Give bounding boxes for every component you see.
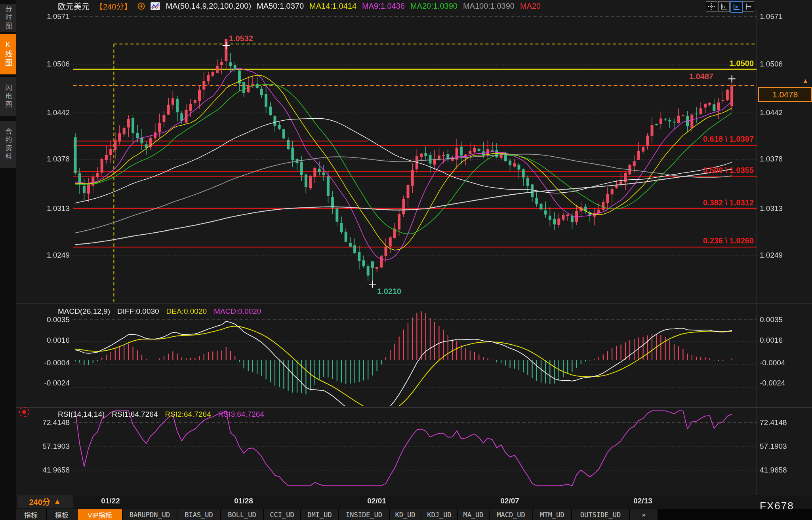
price-tick: 1.0249 bbox=[760, 251, 810, 260]
rsi-tick: 41.9658 bbox=[21, 466, 70, 474]
tab-indicators[interactable]: 指标 bbox=[16, 509, 46, 520]
date-tick: 02/01 bbox=[367, 497, 386, 505]
swing-high-label: 1.0532 bbox=[229, 34, 253, 43]
current-price-badge: 1.0478 bbox=[758, 87, 812, 102]
price-tick: 1.0571 bbox=[760, 12, 810, 21]
price-tick: 1.0506 bbox=[21, 60, 70, 68]
tab-bias-ud[interactable]: BIAS_UD bbox=[177, 509, 220, 520]
price-tick: 1.0378 bbox=[760, 155, 810, 163]
date-tick: 01/28 bbox=[234, 497, 253, 505]
macd-diff-value: DIFF:0.0030 bbox=[117, 307, 159, 316]
macd-tick: -0.0024 bbox=[21, 379, 70, 387]
macd-title: MACD(26,12,9) bbox=[58, 307, 110, 316]
fx678-watermark: FX678 bbox=[760, 500, 794, 512]
record-indicator-icon bbox=[19, 407, 29, 417]
price-tick: 1.0378 bbox=[21, 155, 70, 163]
tab-cci-ud[interactable]: CCI_UD bbox=[264, 509, 300, 520]
fib-level-500: 0.500 \ 1.0355 bbox=[703, 166, 754, 175]
macd-macd-value: MACD:0.0020 bbox=[214, 307, 261, 316]
price-tick: 1.0442 bbox=[760, 108, 810, 117]
chart-header: 欧元美元 【240分】 MA(50,14,9,20,100,200) MA50:… bbox=[58, 1, 541, 11]
tab-templates[interactable]: 模板 bbox=[47, 509, 77, 520]
tab-kd-ud[interactable]: KD_UD bbox=[390, 509, 421, 520]
rsi3-value: RSI3:64.7264 bbox=[218, 410, 264, 419]
tab-boll-ud[interactable]: BOLL_UD bbox=[221, 509, 263, 520]
macd-tick: -0.0024 bbox=[760, 379, 810, 387]
rsi-tick: 41.9658 bbox=[760, 466, 810, 474]
tab-mtm-ud[interactable]: MTM_UD bbox=[533, 509, 571, 520]
tab-more[interactable]: » bbox=[630, 509, 658, 520]
macd-tick: 0.0016 bbox=[21, 336, 70, 345]
price-tick: 1.0313 bbox=[21, 204, 70, 213]
price-tick: 1.0249 bbox=[21, 251, 70, 260]
fib-level-382: 0.382 \ 1.0312 bbox=[703, 198, 754, 207]
chart-application: 分时图 K线图 闪电图 合约资料 欧元美元 【240分】 MA(50,14,9,… bbox=[0, 0, 812, 520]
symbol-title: 欧元美元 bbox=[58, 0, 90, 12]
macd-tick: 0.0035 bbox=[760, 315, 810, 324]
sidebar-item-lightning-chart[interactable]: 闪电图 bbox=[0, 77, 16, 116]
sidebar-item-contract-info[interactable]: 合约资料 bbox=[0, 121, 16, 168]
macd-tick: -0.0004 bbox=[21, 359, 70, 367]
period-text: 240分 bbox=[29, 496, 50, 507]
mini-chart-icon[interactable] bbox=[151, 2, 160, 10]
ma9-value: MA9:1.0436 bbox=[362, 2, 405, 11]
rsi-title: RSI(14,14,14) bbox=[58, 410, 105, 419]
ma14-value: MA14:1.0414 bbox=[309, 2, 356, 11]
tab-outside-ud[interactable]: OUTSIDE_UD bbox=[572, 509, 629, 520]
rsi2-value: RSI2:64.7264 bbox=[165, 410, 211, 419]
axis-shift-icon[interactable] bbox=[743, 1, 754, 12]
left-sidebar: 分时图 K线图 闪电图 合约资料 bbox=[0, 0, 16, 520]
price-tick: 1.0506 bbox=[760, 60, 810, 68]
price-tick: 1.0313 bbox=[760, 204, 810, 213]
period-selector[interactable]: 240分 ▲ bbox=[17, 495, 73, 508]
rsi-tick: 57.1903 bbox=[760, 442, 810, 451]
rsi-tick: 72.4148 bbox=[21, 418, 70, 427]
ma20-label-red: MA20 bbox=[520, 2, 541, 11]
macd-tick: 0.0035 bbox=[21, 315, 70, 324]
swing-low-label: 1.0210 bbox=[377, 287, 401, 296]
macd-tick: 0.0016 bbox=[760, 336, 810, 345]
rsi-tick: 57.1903 bbox=[21, 442, 70, 451]
indicator-tab-bar: 指标 模板 VIP指标 BARUPDN_UD BIAS_UD BOLL_UD C… bbox=[16, 509, 812, 520]
rsi-panel-header: RSI(14,14,14) RSI1:64.7264 RSI2:64.7264 … bbox=[58, 410, 264, 419]
fib-level-236: 0.236 \ 1.0260 bbox=[703, 236, 754, 245]
price-tick: 1.0571 bbox=[21, 12, 70, 21]
tab-macd-ud[interactable]: MACD_UD bbox=[490, 509, 532, 520]
tab-inside-ud[interactable]: INSIDE_UD bbox=[339, 509, 389, 520]
tab-vip-indicators[interactable]: VIP指标 bbox=[78, 509, 122, 520]
tab-kdj-ud[interactable]: KDJ_UD bbox=[421, 509, 457, 520]
recent-high-label: 1.0487 bbox=[689, 72, 713, 81]
tab-ma-ud[interactable]: MA_UD bbox=[458, 509, 489, 520]
fib-level-618: 0.618 \ 1.0397 bbox=[703, 135, 754, 144]
move-icon[interactable] bbox=[706, 1, 717, 12]
ma100-value: MA100:1.0390 bbox=[463, 2, 515, 11]
plus-circle-icon[interactable] bbox=[137, 2, 145, 10]
price-up-arrow-icon: ▲ bbox=[802, 78, 808, 83]
price-tick: 1.0442 bbox=[21, 108, 70, 117]
axis-scale-icon[interactable] bbox=[718, 1, 730, 12]
period-label[interactable]: 【240分】 bbox=[95, 0, 132, 12]
yellow-level-label: 1.0500 bbox=[730, 59, 754, 68]
sidebar-item-kline-chart[interactable]: K线图 bbox=[0, 34, 16, 74]
axis-scale-active-icon[interactable] bbox=[730, 1, 743, 13]
ma-group-label: MA(50,14,9,20,100,200) bbox=[166, 2, 251, 11]
date-tick: 02/13 bbox=[633, 497, 652, 505]
date-tick: 01/22 bbox=[101, 497, 120, 505]
date-tick: 02/07 bbox=[500, 497, 519, 505]
macd-panel-header: MACD(26,12,9) DIFF:0.0030 DEA:0.0020 MAC… bbox=[58, 307, 261, 316]
ma20-value: MA20:1.0390 bbox=[410, 2, 457, 11]
rsi-tick: 72.4148 bbox=[760, 418, 810, 427]
macd-tick: -0.0004 bbox=[760, 359, 810, 367]
ma50-value: MA50:1.0370 bbox=[257, 2, 304, 11]
period-up-triangle-icon: ▲ bbox=[53, 497, 61, 506]
macd-dea-value: DEA:0.0020 bbox=[166, 307, 207, 316]
tab-barupdn-ud[interactable]: BARUPDN_UD bbox=[123, 509, 177, 520]
tab-dmi-ud[interactable]: DMI_UD bbox=[301, 509, 338, 520]
rsi1-value: RSI1:64.7264 bbox=[112, 410, 158, 419]
sidebar-item-time-chart[interactable]: 分时图 bbox=[0, 4, 16, 32]
